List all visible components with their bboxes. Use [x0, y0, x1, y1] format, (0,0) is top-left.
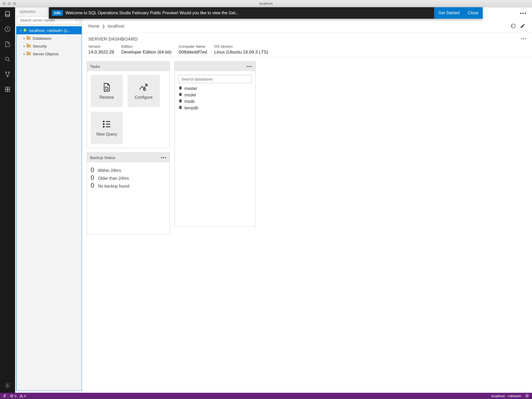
edit-icon[interactable]: [520, 23, 526, 29]
folder-icon: [26, 36, 31, 41]
activity-history-icon[interactable]: [4, 25, 11, 33]
svg-point-7: [7, 76, 8, 77]
info-os-version: OS Version Linux (Ubuntu 16.04.3 LTS): [214, 44, 268, 55]
chevron-right-icon: ❯: [102, 24, 105, 28]
server-dashboard-header: SERVER DASHBOARD ••• Version 14.0.3022.2…: [82, 33, 532, 57]
get-started-button[interactable]: Get Started: [434, 7, 464, 19]
svg-point-21: [103, 124, 104, 124]
restore-icon: [102, 82, 112, 92]
maximize-window-icon[interactable]: [13, 2, 16, 5]
database-item[interactable]: tempdb: [178, 105, 252, 111]
task-restore-tile[interactable]: Restore: [91, 75, 123, 107]
close-window-icon[interactable]: [3, 2, 6, 5]
card-more-icon[interactable]: •••: [247, 64, 252, 69]
svg-point-5: [5, 72, 7, 73]
svg-line-4: [8, 60, 10, 61]
info-computer-name: Computer Name 008ddeddf7ed: [179, 44, 207, 55]
breadcrumb-current: localhost: [108, 24, 124, 29]
activity-search-icon[interactable]: [4, 56, 11, 63]
activity-settings-icon[interactable]: [4, 382, 11, 389]
window-title: localhost: [259, 2, 272, 5]
tree-root-label: localhost, <default> (s...: [29, 28, 70, 33]
task-new-query-tile[interactable]: New Query: [91, 112, 123, 144]
breadcrumb: Home ❯ localhost: [82, 19, 532, 33]
svg-rect-11: [8, 90, 10, 92]
notification-message: Welcome to SQL Operations Studio Februar…: [65, 11, 434, 15]
refresh-icon[interactable]: [511, 23, 516, 29]
traffic-lights: [0, 2, 16, 5]
tree-item-label: Databases: [33, 36, 51, 41]
task-label: New Query: [96, 132, 117, 137]
tasks-card: Tasks Restore Configure: [87, 61, 170, 148]
svg-point-22: [103, 126, 104, 127]
task-label: Restore: [99, 95, 114, 100]
svg-point-6: [8, 72, 10, 73]
activity-servers-icon[interactable]: [4, 10, 11, 18]
chevron-right-icon: ▸: [22, 45, 26, 48]
dashboard-more-icon[interactable]: •••: [521, 37, 526, 41]
database-icon: [178, 99, 182, 104]
tasks-title: Tasks: [90, 64, 100, 69]
task-label: Configure: [135, 95, 152, 100]
database-item[interactable]: master: [178, 85, 252, 92]
svg-rect-10: [5, 90, 7, 92]
activity-extensions-icon[interactable]: [4, 86, 11, 93]
svg-point-12: [7, 385, 9, 387]
svg-rect-14: [24, 29, 26, 30]
tree-item-databases[interactable]: ▸ Databases: [17, 34, 82, 42]
minimize-window-icon[interactable]: [8, 2, 11, 5]
database-search-input[interactable]: [178, 75, 252, 83]
notification-badge: Info: [52, 10, 63, 16]
svg-rect-8: [5, 87, 7, 89]
svg-point-16: [144, 89, 145, 90]
card-more-icon[interactable]: •••: [161, 155, 167, 160]
editor-area: Info Welcome to SQL Operations Studio Fe…: [82, 7, 532, 393]
svg-point-32: [21, 397, 22, 397]
backup-status-card: Backup Status ••• 0 Within 24hrs 0 Older…: [87, 152, 170, 235]
svg-rect-9: [8, 87, 10, 89]
close-notification-button[interactable]: Close: [464, 7, 483, 19]
chevron-right-icon: ▸: [22, 37, 26, 40]
breadcrumb-home[interactable]: Home: [88, 24, 99, 29]
tree-item-label: Security: [33, 44, 47, 48]
database-item[interactable]: model: [178, 92, 252, 98]
status-warnings[interactable]: 0: [19, 394, 26, 398]
tree-item-security[interactable]: ▸ Security: [17, 42, 82, 50]
svg-point-3: [5, 57, 9, 61]
database-item[interactable]: msdb: [178, 98, 252, 105]
status-connection[interactable]: localhost : <default>: [491, 394, 522, 398]
folder-icon: [26, 52, 31, 56]
backup-row: 0 Within 24hrs: [91, 166, 166, 174]
sidebar: SERVERS × ▾ localhost, <default> (s... ▸…: [15, 7, 82, 393]
svg-rect-0: [5, 11, 9, 17]
chevron-right-icon: ▸: [22, 52, 26, 55]
info-version: Version 14.0.3022.28: [88, 44, 114, 55]
svg-point-27: [4, 395, 5, 396]
svg-point-20: [103, 121, 104, 122]
tree-root-localhost[interactable]: ▾ localhost, <default> (s...: [17, 26, 82, 34]
window-titlebar: localhost: [0, 0, 532, 7]
activity-source-control-icon[interactable]: [4, 71, 11, 78]
notification-bar: Info Welcome to SQL Operations Studio Fe…: [49, 7, 483, 19]
info-edition: Edition Developer Edition (64-bit): [121, 44, 171, 55]
server-tree: ▾ localhost, <default> (s... ▸ Databases…: [16, 26, 82, 391]
status-errors[interactable]: 0: [10, 394, 16, 398]
svg-rect-13: [23, 29, 26, 32]
activity-bar: [0, 7, 15, 393]
database-icon: [178, 105, 182, 110]
svg-rect-15: [24, 30, 26, 31]
task-configure-tile[interactable]: Configure: [128, 75, 160, 107]
databases-card: ••• master model: [175, 61, 256, 227]
status-feedback-icon[interactable]: [525, 394, 529, 398]
status-remote-icon[interactable]: [3, 394, 7, 398]
svg-point-34: [526, 395, 527, 395]
new-query-icon: [102, 119, 112, 129]
server-icon: [22, 28, 28, 33]
activity-explorer-icon[interactable]: [4, 41, 11, 48]
database-icon: [178, 86, 182, 91]
folder-icon: [26, 44, 31, 48]
tree-item-label: Server Objects: [33, 52, 58, 56]
editor-overflow-icon[interactable]: •••: [520, 10, 527, 16]
tree-item-server-objects[interactable]: ▸ Server Objects: [17, 50, 82, 58]
backup-row: 0 Older than 24hrs: [91, 174, 166, 182]
